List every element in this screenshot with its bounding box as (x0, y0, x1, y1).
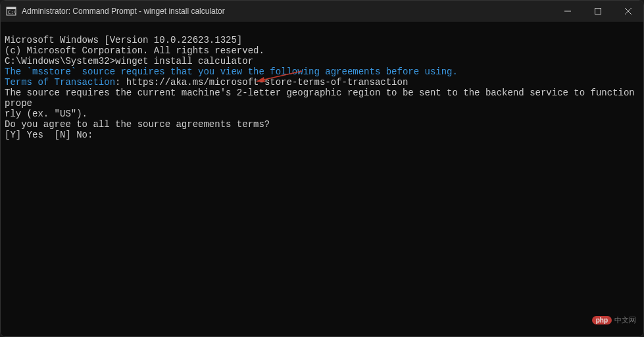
copyright-line: (c) Microsoft Corporation. All rights re… (5, 45, 639, 56)
command-text: winget install calculator (115, 56, 253, 66)
cmd-icon: C:\ (6, 6, 16, 16)
region-notice-1: The source requires the current machine'… (5, 88, 639, 109)
version-line: Microsoft Windows [Version 10.0.22623.13… (5, 35, 639, 45)
terms-url: https://aka.ms/microsoft-store-terms-of-… (126, 77, 408, 88)
watermark: php 中文网 (592, 315, 636, 325)
maximize-button[interactable] (583, 1, 613, 22)
terms-separator: : (115, 77, 126, 88)
terms-line: Terms of Transaction: https://aka.ms/mic… (5, 77, 639, 88)
region-notice-2: rly (ex. "US"). (5, 109, 639, 119)
yes-no-options: [Y] Yes [N] No: (5, 130, 639, 140)
msstore-notice: The `msstore` source requires that you v… (5, 66, 639, 77)
close-button[interactable] (613, 1, 643, 22)
window-title: Administrator: Command Prompt - winget i… (22, 7, 553, 16)
svg-text:C:\: C:\ (8, 10, 16, 15)
minimize-button[interactable] (553, 1, 583, 22)
agreement-question: Do you agree to all the source agreement… (5, 119, 639, 130)
terminal-output[interactable]: Microsoft Windows [Version 10.0.22623.13… (1, 22, 643, 336)
watermark-text: 中文网 (614, 315, 636, 325)
prompt-path: C:\Windows\System32> (5, 56, 115, 66)
svg-rect-4 (595, 9, 601, 14)
titlebar[interactable]: C:\ Administrator: Command Prompt - wing… (1, 1, 643, 22)
terms-label: Terms of Transaction (5, 77, 115, 88)
window-controls (553, 1, 643, 22)
svg-rect-1 (7, 7, 16, 9)
command-prompt-window: C:\ Administrator: Command Prompt - wing… (0, 0, 644, 337)
watermark-badge: php (592, 316, 612, 324)
prompt-line: C:\Windows\System32>winget install calcu… (5, 56, 639, 66)
